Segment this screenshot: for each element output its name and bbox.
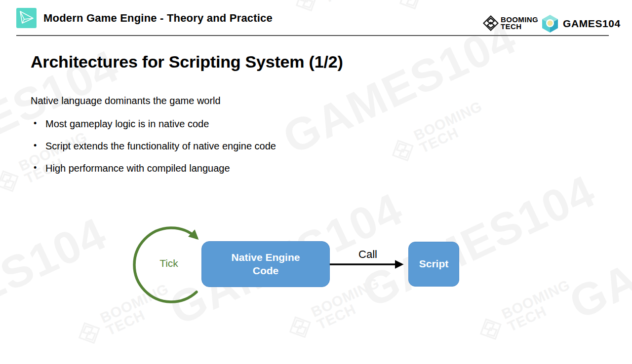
watermark-games-text: GAMES104 bbox=[356, 168, 601, 315]
script-label: Script bbox=[419, 257, 449, 270]
call-label: Call bbox=[348, 248, 388, 261]
booming-diamond-icon bbox=[72, 316, 106, 350]
booming-logo-line2: TECH bbox=[501, 23, 538, 30]
booming-diamond-icon bbox=[386, 134, 420, 168]
watermark-games-text: GAMES104 bbox=[0, 210, 113, 357]
watermark-booming-line2: TECH bbox=[321, 0, 394, 5]
games104-logo-text: GAMES104 bbox=[563, 18, 621, 30]
watermark-booming-logo: BOOMINGTECH bbox=[473, 278, 578, 346]
header-divider bbox=[16, 35, 609, 36]
slide: GAMES104 GAMES104 GAMES104 GAMES104 GAME… bbox=[0, 0, 632, 364]
cube-icon bbox=[540, 13, 560, 34]
booming-tech-logo: BOOMING TECH bbox=[482, 15, 538, 32]
booming-diamond-icon bbox=[0, 164, 25, 198]
booming-diamond-icon bbox=[393, 0, 427, 16]
watermark-booming-line2: TECH bbox=[506, 291, 578, 334]
native-engine-code-label: Native Engine Code bbox=[226, 251, 305, 277]
course-logo-icon bbox=[16, 8, 37, 28]
watermark-games-text: GAMES104 bbox=[276, 14, 522, 161]
intro-text: Native language dominants the game world bbox=[31, 95, 221, 107]
booming-diamond-icon bbox=[482, 15, 499, 32]
paper-plane-icon bbox=[16, 8, 37, 28]
native-engine-code-node: Native Engine Code bbox=[201, 241, 330, 287]
booming-diamond-icon bbox=[474, 312, 508, 346]
watermark-booming-line1: BOOMING bbox=[412, 100, 484, 143]
bullet-item: Script extends the functionality of nati… bbox=[45, 141, 276, 152]
bullet-item: Most gameplay logic is in native code bbox=[45, 118, 209, 130]
watermark-booming-line2: TECH bbox=[418, 112, 490, 155]
bullet-item: High performance with compiled language bbox=[45, 163, 230, 174]
page-title: Architectures for Scripting System (1/2) bbox=[31, 52, 343, 72]
script-node: Script bbox=[408, 242, 459, 287]
watermark-booming-line2: TECH bbox=[315, 289, 387, 332]
tick-label: Tick bbox=[147, 257, 191, 269]
watermark-booming-logo: BOOMINGTECH bbox=[289, 0, 394, 18]
course-title: Modern Game Engine - Theory and Practice bbox=[43, 12, 273, 25]
booming-diamond-icon bbox=[289, 0, 323, 18]
watermark-booming-logo: BOOMINGTECH bbox=[393, 0, 498, 16]
watermark-booming-line2: TECH bbox=[425, 0, 497, 3]
watermark-booming-logo: BOOMINGTECH bbox=[385, 100, 490, 168]
games104-logo: GAMES104 bbox=[540, 13, 621, 34]
watermark-booming-line1: BOOMING bbox=[500, 278, 572, 322]
booming-diamond-icon bbox=[283, 310, 317, 344]
watermark-games-text: GAMES104 bbox=[563, 180, 632, 327]
